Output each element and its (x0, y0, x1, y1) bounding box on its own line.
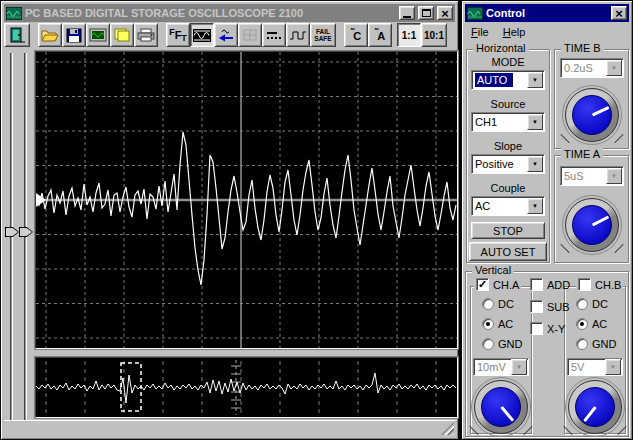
add-checkbox-row[interactable]: ADD (530, 278, 570, 291)
ch-a-gnd-radio[interactable] (482, 338, 494, 350)
square-wave-button[interactable] (286, 23, 310, 47)
floppy-disk-icon (66, 28, 82, 43)
slope-select[interactable]: Positive (471, 154, 545, 174)
xy-label: X-Y (547, 323, 565, 335)
main-scope-display[interactable] (35, 51, 458, 349)
chevron-down-icon[interactable] (527, 72, 543, 88)
mode-value: AUTO (475, 73, 513, 87)
resize-grip[interactable] (441, 422, 454, 435)
menu-file[interactable]: File (471, 26, 489, 38)
ch-b-gnd-radio[interactable] (576, 338, 588, 350)
ch-b-gnd-radio-row[interactable]: GND (576, 338, 616, 350)
ch-a-ac-radio[interactable] (482, 318, 494, 330)
ch-a-range-value: 10mV (474, 361, 511, 373)
control-menu-bar: File Help (465, 23, 629, 40)
ac-label: AC (592, 318, 607, 330)
time-b-select[interactable]: 0.2uS (560, 58, 624, 78)
couple-select[interactable]: AC (471, 196, 545, 216)
minimize-button[interactable] (399, 6, 415, 20)
open-button[interactable] (38, 23, 62, 47)
vertical-group-label: Vertical (472, 264, 514, 276)
save-button[interactable] (62, 23, 86, 47)
print-button[interactable] (134, 23, 158, 47)
time-b-value: 0.2uS (561, 62, 606, 74)
grid-button[interactable] (238, 23, 262, 47)
chevron-down-icon (511, 359, 527, 375)
xy-checkbox-row[interactable]: X-Y (530, 322, 565, 335)
probe-10-1-button[interactable]: 10:1 (421, 23, 447, 47)
knob-max-tick (614, 134, 623, 143)
couple-value: AC (472, 200, 527, 212)
chevron-down-icon (605, 359, 621, 375)
mode-select[interactable]: AUTO (471, 70, 545, 90)
channel-b-position-slider-track[interactable] (24, 53, 27, 425)
notes-button[interactable] (110, 23, 134, 47)
channel-a-position-slider-handle[interactable] (5, 227, 19, 237)
exit-button[interactable] (4, 23, 30, 47)
time-a-value: 5uS (561, 170, 606, 182)
ch-a-checkbox[interactable] (476, 278, 489, 291)
exit-door-icon (8, 27, 26, 44)
chevron-down-icon[interactable] (527, 198, 543, 214)
calibrate-c-icon: ˜C (351, 28, 361, 42)
source-select[interactable]: CH1 (471, 112, 545, 132)
stop-button[interactable]: STOP (471, 222, 545, 239)
probe-1-1-button[interactable]: 1:1 (397, 23, 421, 47)
ch-b-range-select[interactable]: 5V (567, 358, 623, 376)
dc-label: DC (592, 298, 608, 310)
ch-a-ac-radio-row[interactable]: AC (482, 318, 513, 330)
channel-b-position-slider-handle[interactable] (19, 227, 33, 237)
fail-safe-button[interactable]: FAILSAFE (310, 23, 336, 47)
maximize-icon (422, 9, 431, 17)
ch-b-dc-radio[interactable] (576, 298, 588, 310)
ch-a-dc-radio[interactable] (482, 298, 494, 310)
horizontal-group: Horizontal MODE AUTO Source CH1 Slope Po… (466, 49, 550, 263)
ch-b-checkbox-row[interactable]: CH.B (576, 278, 623, 291)
chevron-down-icon[interactable] (527, 156, 543, 172)
ch-b-volts-knob[interactable] (568, 380, 622, 434)
check-icon (478, 279, 487, 290)
close-button[interactable] (437, 6, 453, 20)
single-shot-button[interactable] (214, 23, 238, 47)
dotted-line-button[interactable] (262, 23, 286, 47)
ac-label: AC (498, 318, 513, 330)
ch-b-dc-radio-row[interactable]: DC (576, 298, 608, 310)
channel-a-position-slider-track[interactable] (10, 53, 13, 425)
fft-button[interactable]: FFT (166, 23, 190, 47)
sub-checkbox[interactable] (530, 300, 543, 313)
ch-a-volts-knob[interactable] (474, 380, 528, 434)
add-checkbox[interactable] (530, 278, 543, 291)
calibrate-c-button[interactable]: ˜C (344, 23, 368, 47)
menu-help[interactable]: Help (503, 26, 526, 38)
ch-a-gnd-radio-row[interactable]: GND (482, 338, 522, 350)
time-b-group: TIME B 0.2uS (554, 49, 629, 149)
overview-scope-display[interactable] (35, 357, 458, 418)
maximize-button[interactable] (418, 6, 434, 20)
gnd-label: GND (592, 338, 616, 350)
close-icon (615, 6, 623, 21)
control-window-title: Control (486, 7, 608, 19)
ch-a-dc-radio-row[interactable]: DC (482, 298, 514, 310)
ch-b-ac-radio-row[interactable]: AC (576, 318, 607, 330)
time-a-select[interactable]: 5uS (560, 166, 624, 186)
capture-screen-button[interactable] (86, 23, 110, 47)
chevron-down-icon[interactable] (527, 114, 543, 130)
ch-a-range-select[interactable]: 10mV (473, 358, 529, 376)
overview-waveform (36, 358, 457, 417)
xy-checkbox[interactable] (530, 322, 543, 335)
main-toolbar: FFT FAILSAFE ˜C ˜A (4, 23, 447, 49)
time-a-knob[interactable] (565, 198, 619, 252)
time-b-knob[interactable] (565, 88, 619, 142)
sub-checkbox-row[interactable]: SUB (530, 300, 570, 313)
main-title-bar[interactable]: PC BASED DIGITAL STORAGE OSCILLOSCOPE 21… (4, 4, 455, 22)
auto-set-button[interactable]: AUTO SET (469, 242, 547, 261)
ch-a-checkbox-row[interactable]: CH.A (474, 278, 521, 291)
knob-min-tick (560, 134, 569, 143)
slider-handle-face (6, 228, 18, 236)
ch-b-ac-radio[interactable] (576, 318, 588, 330)
control-close-button[interactable] (611, 6, 627, 20)
control-title-bar[interactable]: Control (465, 4, 629, 22)
calibrate-a-button[interactable]: ˜A (368, 23, 392, 47)
waveform-mode-button[interactable] (190, 23, 214, 47)
ch-b-checkbox[interactable] (578, 278, 591, 291)
